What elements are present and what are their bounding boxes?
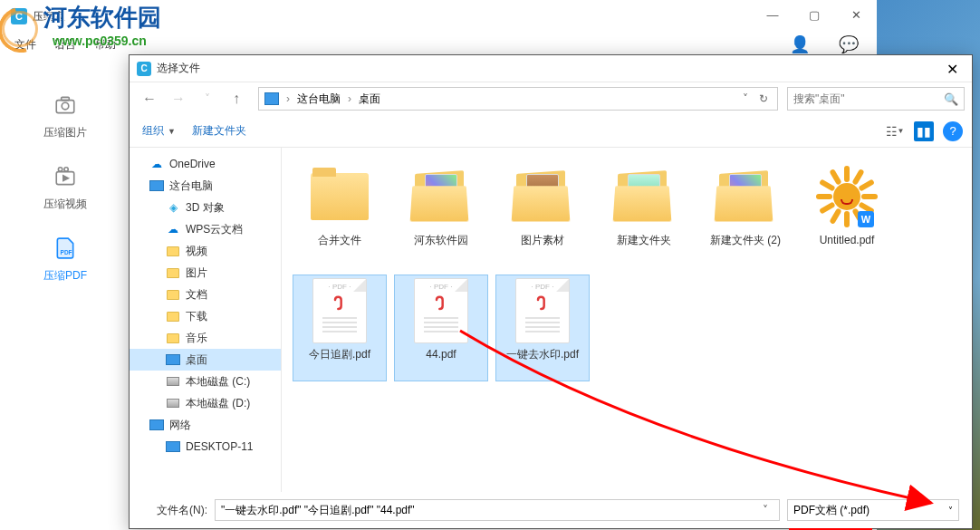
monitor-icon bbox=[149, 419, 164, 431]
close-button[interactable]: ✕ bbox=[835, 0, 877, 29]
camera-icon bbox=[53, 92, 78, 118]
tree-label: 这台电脑 bbox=[169, 178, 213, 194]
tree-item[interactable]: 桌面 bbox=[130, 349, 281, 371]
address-dropdown[interactable]: ˅ bbox=[737, 92, 754, 105]
view-icons-button[interactable]: ☷ ▼ bbox=[885, 121, 905, 141]
tree-item[interactable]: ◈3D 对象 bbox=[130, 197, 281, 218]
search-icon[interactable]: 🔍 bbox=[944, 92, 958, 106]
tree-label: 3D 对象 bbox=[186, 200, 225, 216]
tree-label: 下载 bbox=[186, 309, 207, 324]
monitor-icon bbox=[149, 179, 164, 192]
breadcrumb-sep: › bbox=[286, 92, 290, 105]
address-refresh[interactable]: ↻ bbox=[755, 92, 772, 105]
file-thumb bbox=[610, 163, 677, 230]
address-bar[interactable]: › 这台电脑 › 桌面 ˅ ↻ bbox=[258, 87, 778, 111]
organize-button[interactable]: 组织 ▼ bbox=[142, 123, 176, 139]
preview-pane-button[interactable]: ▮▮ bbox=[914, 121, 934, 141]
dialog-footer: 文件名(N): ˅ PDF文档 (*.pdf) ˅ 打开(O) 取消 bbox=[130, 492, 972, 530]
recent-dropdown[interactable]: ˅ bbox=[195, 86, 220, 111]
maximize-button[interactable]: ▢ bbox=[793, 0, 835, 29]
tree-item[interactable]: 图片 bbox=[130, 262, 281, 284]
tree-item[interactable]: 下载 bbox=[130, 305, 281, 327]
sidebar-label: 压缩图片 bbox=[43, 125, 87, 140]
cloud-icon: ☁ bbox=[166, 223, 180, 236]
file-item[interactable]: 新建文件夹 bbox=[597, 160, 691, 267]
dialog-title: 选择文件 bbox=[157, 61, 200, 76]
tree-label: 文档 bbox=[186, 287, 207, 303]
tree-label: DESKTOP-11 bbox=[186, 440, 253, 453]
sidebar-compress-pdf[interactable]: PDF 压缩PDF bbox=[0, 221, 130, 293]
sidebar-label: 压缩视频 bbox=[43, 197, 87, 212]
file-label: Untitled.pdf bbox=[816, 234, 879, 248]
sidebar-label: 压缩PDF bbox=[43, 268, 87, 284]
file-label: 合并文件 bbox=[314, 234, 365, 248]
file-item[interactable]: · PDF ·一键去水印.pdf bbox=[495, 275, 590, 381]
breadcrumb-sep: › bbox=[348, 92, 351, 105]
pdf-icon: PDF bbox=[53, 236, 78, 261]
dialog-toolbar: 组织 ▼ 新建文件夹 ☷ ▼ ▮▮ ? bbox=[130, 115, 972, 148]
tree-item[interactable]: 本地磁盘 (C:) bbox=[130, 371, 281, 392]
watermark: 河东软件园 www.pc0359.cn bbox=[2, 2, 183, 48]
file-item[interactable]: · PDF ·今日追剧.pdf bbox=[293, 275, 387, 381]
tree-item[interactable]: DESKTOP-11 bbox=[130, 436, 281, 458]
tree-item[interactable]: ☁WPS云文档 bbox=[130, 218, 281, 240]
folder-icon bbox=[166, 310, 180, 323]
breadcrumb-current[interactable]: 桌面 bbox=[359, 92, 380, 107]
computer-icon bbox=[264, 92, 279, 105]
up-button[interactable]: ↑ bbox=[224, 86, 249, 111]
folder-icon bbox=[166, 266, 180, 279]
cloud-icon: ☁ bbox=[149, 158, 164, 170]
svg-point-4 bbox=[58, 168, 62, 171]
search-box[interactable]: 🔍 bbox=[787, 87, 965, 111]
svg-marker-6 bbox=[63, 176, 68, 180]
new-folder-button[interactable]: 新建文件夹 bbox=[192, 123, 246, 139]
file-thumb bbox=[306, 163, 373, 230]
file-label: 新建文件夹 bbox=[613, 234, 675, 248]
video-icon bbox=[53, 164, 78, 189]
dialog-navbar: ← → ˅ ↑ › 这台电脑 › 桌面 ˅ ↻ 🔍 bbox=[130, 82, 972, 115]
filename-field[interactable]: ˅ bbox=[215, 499, 780, 521]
filetype-filter[interactable]: PDF文档 (*.pdf) ˅ bbox=[787, 499, 959, 521]
file-item[interactable]: 新建文件夹 (2) bbox=[698, 160, 793, 267]
file-thumb bbox=[408, 163, 475, 230]
forward-button[interactable]: → bbox=[166, 86, 191, 111]
help-button[interactable]: ? bbox=[943, 121, 963, 141]
back-button[interactable]: ← bbox=[137, 86, 162, 111]
tree-label: 网络 bbox=[169, 418, 191, 433]
file-item[interactable]: 图片素材 bbox=[495, 160, 590, 267]
tree-label: 本地磁盘 (C:) bbox=[186, 374, 250, 390]
watermark-text: 河东软件园 bbox=[43, 2, 183, 34]
watermark-url: www.pc0359.cn bbox=[53, 34, 183, 48]
file-item[interactable]: WUntitled.pdf bbox=[800, 160, 894, 267]
tree-item[interactable]: ☁OneDrive bbox=[130, 153, 281, 175]
sidebar-compress-image[interactable]: 压缩图片 bbox=[0, 78, 130, 149]
file-item[interactable]: 合并文件 bbox=[293, 160, 387, 267]
file-item[interactable]: 河东软件园 bbox=[394, 160, 488, 267]
file-item[interactable]: · PDF ·44.pdf bbox=[394, 275, 488, 381]
file-list[interactable]: 合并文件河东软件园图片素材新建文件夹新建文件夹 (2)WUntitled.pdf… bbox=[282, 148, 972, 492]
folder-tree[interactable]: ☁OneDrive这台电脑◈3D 对象☁WPS云文档视频图片文档下载音乐桌面本地… bbox=[130, 148, 282, 492]
file-thumb bbox=[712, 163, 779, 230]
tree-label: 视频 bbox=[186, 244, 207, 259]
tree-item[interactable]: 文档 bbox=[130, 284, 281, 305]
monitor-icon bbox=[166, 440, 180, 453]
file-label: 今日追剧.pdf bbox=[305, 348, 374, 362]
tree-item[interactable]: 音乐 bbox=[130, 327, 281, 349]
tree-item[interactable]: 视频 bbox=[130, 240, 281, 262]
folder-icon bbox=[166, 245, 180, 257]
tree-item[interactable]: 这台电脑 bbox=[130, 175, 281, 197]
search-input[interactable] bbox=[793, 92, 944, 105]
dialog-close-button[interactable]: ✕ bbox=[932, 55, 972, 82]
cube-icon: ◈ bbox=[166, 201, 180, 214]
minimize-button[interactable]: — bbox=[752, 0, 793, 29]
tree-item[interactable]: 网络 bbox=[130, 414, 281, 436]
breadcrumb-root[interactable]: 这台电脑 bbox=[297, 92, 341, 107]
sidebar-compress-video[interactable]: 压缩视频 bbox=[0, 149, 130, 221]
tree-item[interactable]: 本地磁盘 (D:) bbox=[130, 392, 281, 414]
filename-dropdown[interactable]: ˅ bbox=[757, 504, 773, 516]
file-label: 图片素材 bbox=[517, 234, 568, 248]
monitor-icon bbox=[166, 353, 180, 366]
filename-input[interactable] bbox=[221, 504, 757, 516]
file-label: 一键去水印.pdf bbox=[503, 348, 582, 362]
tree-label: 图片 bbox=[186, 265, 207, 281]
